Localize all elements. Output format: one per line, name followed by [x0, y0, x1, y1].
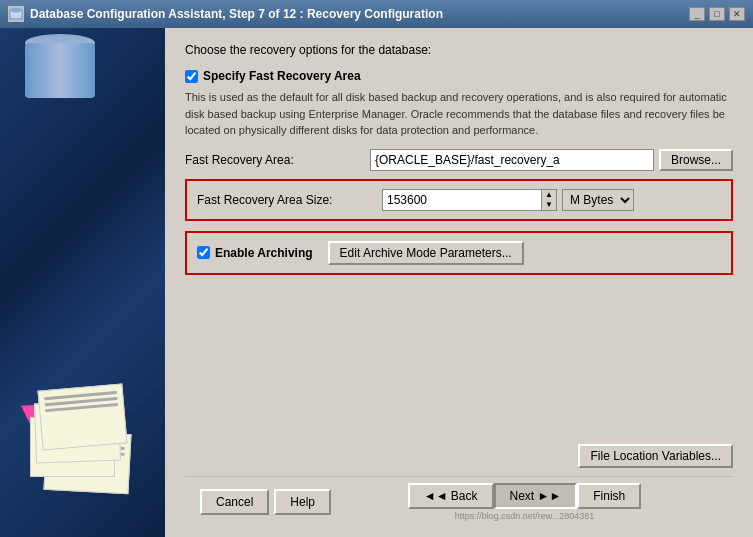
description-text: This is used as the default for all disk… — [185, 89, 733, 139]
fast-recovery-area-row: Fast Recovery Area: Browse... — [185, 149, 733, 171]
edit-archive-button[interactable]: Edit Archive Mode Parameters... — [328, 241, 524, 265]
footer-left-buttons: Cancel Help — [200, 489, 331, 515]
maximize-button[interactable]: □ — [709, 7, 725, 21]
file-location-row: File Location Variables... — [185, 444, 733, 468]
specify-recovery-row: Specify Fast Recovery Area — [185, 69, 733, 83]
fast-recovery-size-row: Fast Recovery Area Size: ▲ ▼ M Bytes G B… — [197, 189, 721, 211]
back-button[interactable]: ◄◄ Back — [408, 483, 494, 509]
title-bar-left: Database Configuration Assistant, Step 7… — [8, 6, 443, 22]
title-bar-text: Database Configuration Assistant, Step 7… — [30, 7, 443, 21]
title-bar-controls: _ □ ✕ — [689, 7, 745, 21]
fast-recovery-area-input[interactable] — [370, 149, 654, 171]
help-button[interactable]: Help — [274, 489, 331, 515]
main-container: Choose the recovery options for the data… — [0, 28, 753, 537]
title-bar: Database Configuration Assistant, Step 7… — [0, 0, 753, 28]
doc-stack — [30, 387, 150, 507]
svg-point-1 — [10, 8, 22, 13]
footer: Cancel Help ◄◄ Back Next ►► Finish https… — [185, 476, 733, 527]
status-text: https://blog.csdn.net/rew...2804381 — [455, 511, 595, 521]
archiving-section: Enable Archiving Edit Archive Mode Param… — [185, 231, 733, 275]
doc-page-1 — [38, 383, 128, 450]
db-cylinder-image — [25, 43, 95, 98]
specify-recovery-checkbox[interactable] — [185, 70, 198, 83]
close-button[interactable]: ✕ — [729, 7, 745, 21]
footer-center: ◄◄ Back Next ►► Finish https://blog.csdn… — [331, 483, 718, 521]
specify-recovery-label: Specify Fast Recovery Area — [203, 69, 361, 83]
bottom-area: File Location Variables... Cancel Help ◄… — [185, 444, 733, 527]
fast-recovery-size-label: Fast Recovery Area Size: — [197, 193, 382, 207]
unit-select[interactable]: M Bytes G Bytes — [562, 189, 634, 211]
next-button[interactable]: Next ►► — [494, 483, 578, 509]
fast-recovery-area-label: Fast Recovery Area: — [185, 153, 370, 167]
minimize-button[interactable]: _ — [689, 7, 705, 21]
browse-button[interactable]: Browse... — [659, 149, 733, 171]
content-area: Choose the recovery options for the data… — [165, 28, 753, 537]
spinner-up-button[interactable]: ▲ — [542, 190, 556, 200]
fast-recovery-size-input[interactable] — [382, 189, 542, 211]
spinner-down-button[interactable]: ▼ — [542, 200, 556, 210]
finish-button[interactable]: Finish — [577, 483, 641, 509]
archive-row: Enable Archiving Edit Archive Mode Param… — [197, 241, 721, 265]
cancel-button[interactable]: Cancel — [200, 489, 269, 515]
size-spinner: ▲ ▼ — [542, 189, 557, 211]
nav-buttons: ◄◄ Back Next ►► Finish — [408, 483, 642, 509]
app-icon — [8, 6, 24, 22]
fast-recovery-size-section: Fast Recovery Area Size: ▲ ▼ M Bytes G B… — [185, 179, 733, 221]
size-input-group: ▲ ▼ M Bytes G Bytes — [382, 189, 634, 211]
enable-archiving-label: Enable Archiving — [215, 246, 313, 260]
file-location-button[interactable]: File Location Variables... — [578, 444, 733, 468]
sidebar — [0, 28, 165, 537]
cylinder-body — [25, 43, 95, 98]
intro-text: Choose the recovery options for the data… — [185, 43, 733, 57]
enable-archiving-row: Enable Archiving — [197, 246, 313, 260]
enable-archiving-checkbox[interactable] — [197, 246, 210, 259]
